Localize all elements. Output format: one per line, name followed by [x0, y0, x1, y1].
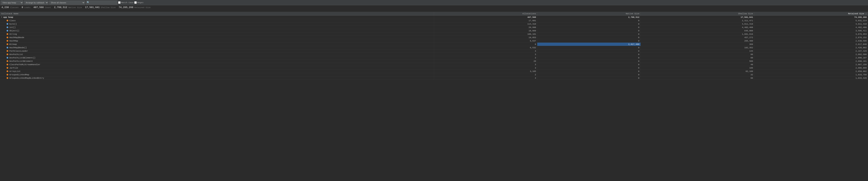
row-class-name: DexPathList	[9, 53, 23, 56]
row-class-name: PathClassLoader	[9, 50, 28, 52]
class-dot-icon	[7, 70, 8, 72]
class-dot-icon	[7, 37, 8, 38]
table-row[interactable]: DexPathList$Element[]30802,090,187	[0, 56, 868, 60]
row-retained-size: 3,076,653	[754, 32, 868, 36]
row-shallow-size: 4,482,408	[641, 26, 754, 29]
class-dot-icon	[7, 23, 8, 25]
table-header-row: Callstack Name Allocations Native Size S…	[0, 12, 868, 16]
table-row[interactable]: Class17,60102,311,4715,031,214	[0, 19, 868, 22]
class-dot-icon	[7, 47, 8, 49]
class-dot-icon	[7, 67, 8, 69]
row-native-size: 0	[537, 70, 641, 73]
row-shallow-size: 96	[641, 53, 754, 56]
class-dot-icon	[7, 33, 8, 35]
class-dot-icon	[7, 64, 8, 65]
table-row[interactable]: GroupedLinkedMap20321,833,756	[0, 73, 868, 77]
class-dot-icon	[7, 50, 8, 52]
table-row[interactable]: GroupedLinkedMap$LinkedEntry40961,833,42…	[0, 77, 868, 80]
row-shallow-size: 182,352	[641, 46, 754, 50]
row-allocations: 26,998	[434, 26, 537, 29]
table-row[interactable]: DexPathList30962,092,596	[0, 53, 868, 56]
table-row[interactable]: Object[]18,8690645,0083,596,411	[0, 29, 868, 32]
heap-table: Callstack Name Allocations Native Size S…	[0, 12, 868, 80]
col-header-shallow-size[interactable]: Shallow Size	[641, 12, 754, 16]
row-retained-size: 4,482,408	[754, 26, 868, 29]
row-native-size: 2,617,480	[537, 42, 641, 46]
classes-stat: 4,230 Classes	[1, 6, 19, 9]
native-size-value: 2,708,512	[54, 6, 67, 9]
row-native-size: 0	[537, 73, 641, 77]
table-row[interactable]: HashMap6,6370265,4802,630,596	[0, 39, 868, 42]
row-retained-size: 5,031,214	[754, 19, 868, 22]
table-row[interactable]: ArrayList3,105062,1002,059,802	[0, 70, 868, 73]
tree-row-content: DexPathList	[4, 53, 433, 56]
row-retained-size: 3,596,411	[754, 29, 868, 32]
table-row[interactable]: HashMap$Node19,0530457,2722,876,152	[0, 36, 868, 39]
row-allocations: 3	[434, 50, 537, 53]
table-row[interactable]: String100,10101,601,6163,076,653	[0, 32, 868, 36]
table-row[interactable]: HashMap$Node[]6,5320182,3522,426,802	[0, 46, 868, 50]
tree-row-content: HashMap	[4, 40, 433, 42]
row-shallow-size: 645,008	[641, 29, 754, 32]
row-retained-size: 2,092,596	[754, 53, 868, 56]
count-label: Count	[45, 6, 51, 9]
table-row[interactable]: DexPathList$Element2005002,090,101	[0, 60, 868, 63]
row-class-name: GroupedLinkedMap$LinkedEntry	[9, 77, 44, 79]
row-native-size: 0	[537, 36, 641, 39]
shallow-size-label: Shallow Size	[101, 6, 116, 9]
row-shallow-size: 4,911,410	[641, 22, 754, 26]
row-class-name: HashMap$Node	[9, 36, 24, 39]
tree-row-content: JarFile	[4, 67, 433, 69]
row-native-size: 0	[537, 56, 641, 60]
row-allocations: 19,053	[434, 36, 537, 39]
table-row[interactable]: ▼app heap407,5682,708,51217,501,64174,26…	[0, 16, 868, 19]
match-case-label[interactable]: Match Case	[118, 1, 133, 4]
row-class-name: DexPathList$Element	[9, 60, 33, 62]
col-header-allocations[interactable]: Allocations	[434, 12, 537, 16]
row-shallow-size: 2,311,471	[641, 19, 754, 22]
tree-row-content: byte[]	[4, 23, 433, 25]
classes-value: 4,230	[1, 6, 9, 9]
row-allocations: 17,601	[434, 19, 537, 22]
match-case-checkbox[interactable]	[118, 1, 121, 4]
table-row[interactable]: PathClassLoader301442,167,429	[0, 50, 868, 53]
regex-checkbox[interactable]	[134, 1, 137, 4]
table-row[interactable]: ClassPathURLStreamHandler30482,087,156	[0, 63, 868, 66]
view-select[interactable]: View app heapView system heap	[1, 1, 23, 5]
class-dot-icon	[7, 57, 8, 59]
row-class-name: int[]	[9, 26, 16, 29]
col-header-native-size[interactable]: Native Size	[537, 12, 641, 16]
row-allocations: 6,532	[434, 46, 537, 50]
class-dot-icon	[7, 20, 8, 22]
arrange-select[interactable]: Arrange by callstackArrange by classArra…	[24, 1, 49, 5]
row-native-size: 0	[537, 66, 641, 70]
row-native-size: 0	[537, 32, 641, 36]
col-header-retained-size[interactable]: Retained Size ↓	[754, 12, 868, 16]
col-header-name[interactable]: Callstack Name	[0, 12, 434, 16]
regex-label[interactable]: Regex	[134, 1, 144, 4]
table-row[interactable]: JarFile301862,086,809	[0, 66, 868, 70]
shallow-size-value: 17,501,641	[85, 6, 100, 9]
tree-row-content: GroupedLinkedMap	[4, 73, 433, 76]
row-allocations: 8	[434, 42, 537, 46]
row-native-size: 0	[537, 19, 641, 22]
row-retained-size: 2,426,802	[754, 46, 868, 50]
row-allocations: 3	[434, 53, 537, 56]
table-row[interactable]: int[]26,99804,482,4084,482,408	[0, 26, 868, 29]
tree-row-content: HashMap$Node[]	[4, 47, 433, 49]
expand-icon[interactable]: ▼	[1, 16, 2, 18]
row-native-size: 0	[537, 46, 641, 50]
filter-select[interactable]: Show all classesShow activity & fragment…	[49, 1, 85, 5]
leaks-label: Leaks	[24, 6, 30, 9]
class-dot-icon	[7, 40, 8, 42]
row-shallow-size: 186	[641, 66, 754, 70]
row-allocations: 3	[434, 63, 537, 66]
row-shallow-size: 265,480	[641, 39, 754, 42]
search-input[interactable]	[90, 1, 117, 4]
row-allocations: 407,568	[434, 16, 537, 19]
row-native-size: 0	[537, 50, 641, 53]
table-row[interactable]: byte[]114,31004,911,4104,911,410	[0, 22, 868, 26]
table-row[interactable]: Bitmap82,617,4803682,617,848	[0, 42, 868, 46]
row-class-name: GroupedLinkedMap	[9, 73, 29, 76]
row-native-size: 0	[537, 60, 641, 63]
